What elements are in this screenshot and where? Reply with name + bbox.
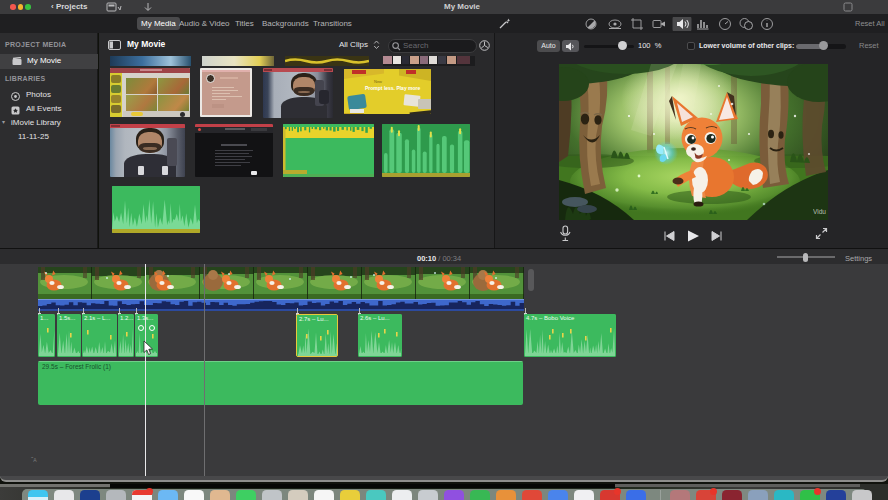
svg-text:Vidu: Vidu [813, 208, 826, 215]
